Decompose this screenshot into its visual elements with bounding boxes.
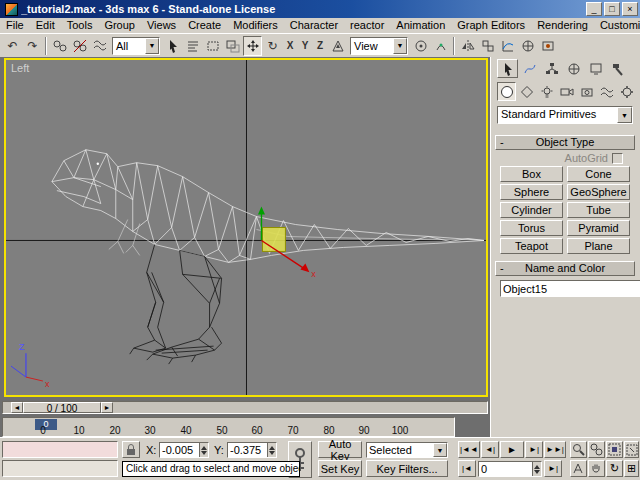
- selected-dropdown-value[interactable]: [367, 444, 433, 456]
- autogrid-checkbox[interactable]: [612, 153, 623, 164]
- auto-key-button[interactable]: Auto Key: [318, 441, 362, 458]
- tab-hierarchy-icon[interactable]: [541, 59, 562, 78]
- menu-create[interactable]: Create: [182, 18, 227, 33]
- select-and-rotate-icon[interactable]: ↻: [263, 36, 282, 56]
- category-systems-icon[interactable]: [617, 82, 636, 101]
- tab-modify-icon[interactable]: [519, 59, 540, 78]
- menu-character[interactable]: Character: [284, 18, 344, 33]
- select-and-manipulate-icon[interactable]: [431, 36, 450, 56]
- cylinder-button[interactable]: Cylinder: [500, 202, 563, 218]
- category-cameras-icon[interactable]: [557, 82, 576, 101]
- key-filters-button[interactable]: Key Filters...: [366, 460, 448, 477]
- window-crossing-icon[interactable]: [223, 36, 242, 56]
- select-and-link-icon[interactable]: [50, 36, 69, 56]
- time-slider-handle[interactable]: ◄ 0 / 100 ►: [11, 402, 113, 413]
- previous-frame-button[interactable]: ◄|: [481, 441, 499, 458]
- track-bar[interactable]: 0 0 10 20 30 40 50 60 70 80 90 100: [2, 417, 455, 437]
- menu-group[interactable]: Group: [98, 18, 141, 33]
- chevron-down-icon[interactable]: ▼: [617, 107, 632, 123]
- chevron-down-icon[interactable]: ▼: [433, 443, 447, 457]
- selection-lock-icon[interactable]: [122, 441, 140, 458]
- category-spacewarps-icon[interactable]: [597, 82, 616, 101]
- time-slider-track[interactable]: ◄ 0 / 100 ►: [2, 401, 488, 414]
- restrict-y-button[interactable]: Y: [298, 36, 312, 56]
- selected-dropdown[interactable]: ▼: [366, 442, 448, 458]
- y-coordinate-field[interactable]: [227, 442, 277, 458]
- y-coordinate-input[interactable]: [228, 444, 267, 456]
- x-coordinate-field[interactable]: [159, 442, 209, 458]
- category-shapes-icon[interactable]: [517, 82, 536, 101]
- object-type-rollout-header[interactable]: - Object Type: [495, 135, 635, 150]
- name-color-rollout-header[interactable]: - Name and Color: [495, 261, 635, 276]
- maxscript-mini-listener-pink[interactable]: [2, 441, 118, 458]
- unlink-icon[interactable]: [70, 36, 89, 56]
- select-and-scale-icon[interactable]: [328, 36, 347, 56]
- category-lights-icon[interactable]: [537, 82, 556, 101]
- current-frame-field[interactable]: [478, 461, 542, 477]
- menu-views[interactable]: Views: [141, 18, 182, 33]
- chevron-down-icon[interactable]: ▼: [393, 38, 407, 54]
- menu-reactor[interactable]: reactor: [344, 18, 390, 33]
- minimize-button[interactable]: _: [586, 2, 602, 16]
- tab-utilities-icon[interactable]: [607, 59, 628, 78]
- close-button[interactable]: ×: [622, 2, 638, 16]
- redo-icon[interactable]: ↷: [23, 36, 42, 56]
- move-gizmo[interactable]: x: [258, 207, 316, 280]
- align-icon[interactable]: [478, 36, 497, 56]
- viewport-label[interactable]: Left: [11, 62, 29, 74]
- menu-file[interactable]: File: [0, 18, 30, 33]
- select-and-move-icon[interactable]: [243, 36, 262, 56]
- zoom-icon[interactable]: [570, 441, 587, 458]
- cone-button[interactable]: Cone: [567, 166, 630, 182]
- zoom-region-icon[interactable]: [624, 441, 639, 458]
- pan-hand-icon[interactable]: [588, 460, 605, 477]
- zoom-extents-icon[interactable]: [606, 441, 623, 458]
- menu-rendering[interactable]: Rendering: [531, 18, 594, 33]
- set-key-button[interactable]: Set Key: [318, 460, 362, 477]
- geosphere-button[interactable]: GeoSphere: [567, 184, 630, 200]
- menu-edit[interactable]: Edit: [30, 18, 61, 33]
- time-slider-prev-icon[interactable]: ◄: [11, 402, 23, 413]
- maxscript-mini-listener-white[interactable]: [2, 460, 118, 477]
- arc-rotate-icon[interactable]: ↻: [606, 460, 623, 477]
- plane-button[interactable]: Plane: [567, 238, 630, 254]
- object-name-input[interactable]: [500, 280, 640, 297]
- next-key-button[interactable]: ►|: [544, 460, 562, 477]
- tab-motion-icon[interactable]: [563, 59, 584, 78]
- bind-to-spacewarp-icon[interactable]: [90, 36, 109, 56]
- restrict-z-button[interactable]: Z: [313, 36, 327, 56]
- pyramid-button[interactable]: Pyramid: [567, 220, 630, 236]
- menu-tools[interactable]: Tools: [61, 18, 99, 33]
- box-button[interactable]: Box: [500, 166, 563, 182]
- menu-modifiers[interactable]: Modifiers: [227, 18, 284, 33]
- category-geometry-icon[interactable]: [497, 82, 516, 101]
- restrict-x-button[interactable]: X: [283, 36, 297, 56]
- go-to-end-button[interactable]: ►►|: [544, 441, 566, 458]
- category-helpers-icon[interactable]: [577, 82, 596, 101]
- frame-spinner[interactable]: [532, 462, 541, 476]
- play-button[interactable]: ►: [500, 441, 524, 458]
- menu-customize[interactable]: Customize: [594, 18, 640, 33]
- menu-graph-editors[interactable]: Graph Editors: [451, 18, 531, 33]
- torus-button[interactable]: Torus: [500, 220, 563, 236]
- undo-icon[interactable]: ↶: [3, 36, 22, 56]
- selection-region-icon[interactable]: [203, 36, 222, 56]
- teapot-button[interactable]: Teapot: [500, 238, 563, 254]
- material-editor-icon[interactable]: [518, 36, 537, 56]
- chevron-down-icon[interactable]: ▼: [145, 38, 159, 54]
- y-spinner[interactable]: [267, 443, 276, 457]
- sphere-button[interactable]: Sphere: [500, 184, 563, 200]
- menu-animation[interactable]: Animation: [390, 18, 451, 33]
- tube-button[interactable]: Tube: [567, 202, 630, 218]
- select-object-icon[interactable]: [163, 36, 182, 56]
- current-frame-input[interactable]: [479, 463, 532, 475]
- x-coordinate-input[interactable]: [160, 444, 199, 456]
- time-slider-next-icon[interactable]: ►: [101, 402, 113, 413]
- viewport-left[interactable]: x Z x Left: [4, 58, 488, 397]
- select-by-name-icon[interactable]: [183, 36, 202, 56]
- tab-create-icon[interactable]: [497, 59, 518, 78]
- selection-filter-dropdown[interactable]: All ▼: [112, 37, 160, 55]
- previous-key-button[interactable]: |◄: [458, 460, 476, 477]
- go-to-start-button[interactable]: |◄◄: [458, 441, 480, 458]
- x-spinner[interactable]: [199, 443, 208, 457]
